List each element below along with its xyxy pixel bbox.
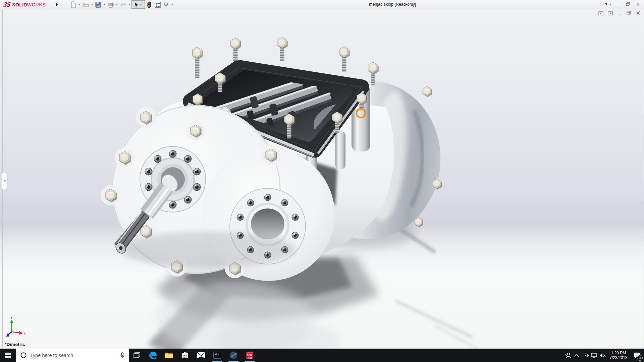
orientation-triad: Y x xyxy=(5,316,25,337)
stud xyxy=(277,37,288,61)
volume-button[interactable] xyxy=(598,349,607,362)
people-icon xyxy=(565,352,571,358)
tray-time: 1:20 PM xyxy=(608,351,629,355)
menu-flyout-arrow[interactable] xyxy=(55,1,59,7)
restore-document-button[interactable] xyxy=(626,10,632,16)
screen: Y x *Dimetric 3SSOLIDWORKS xyxy=(0,0,644,362)
notification-badge: 3 xyxy=(637,355,643,361)
print-button[interactable] xyxy=(107,1,115,9)
volume-muted-icon xyxy=(599,353,606,358)
stoplight-icon xyxy=(147,1,151,8)
store-icon xyxy=(181,351,189,359)
previous-pane-button[interactable] xyxy=(598,10,604,16)
undo-caret[interactable]: ▼ xyxy=(127,1,131,9)
cmd-label: C:\ xyxy=(215,353,219,355)
windows-logo-icon xyxy=(5,353,11,358)
panel-tab-dot xyxy=(4,180,6,182)
restore-button[interactable] xyxy=(624,2,632,7)
taskbar-search-box[interactable] xyxy=(16,349,129,362)
task-view-button[interactable] xyxy=(129,349,145,362)
triad-y-label: Y xyxy=(10,316,13,319)
save-caret[interactable]: ▼ xyxy=(103,1,106,9)
options-caret[interactable]: ▼ xyxy=(170,1,174,9)
start-button[interactable] xyxy=(0,349,16,362)
battery-icon xyxy=(582,353,589,358)
quick-access-toolbar: ▼ ▼ ▼ xyxy=(69,0,174,9)
select-tool-button[interactable]: ▼ xyxy=(131,0,145,9)
taskbar-mail[interactable] xyxy=(193,349,209,362)
open-document-button[interactable] xyxy=(82,1,90,9)
ds-logo-mark: 3S xyxy=(3,1,11,8)
chevron-up-icon xyxy=(574,354,579,357)
system-tray: 1:20 PM 7/23/2018 3 xyxy=(564,349,644,362)
triad-x-label: x xyxy=(24,331,25,335)
help-caret[interactable]: ▼ xyxy=(609,3,612,6)
select-arrow-icon xyxy=(134,2,139,7)
taskbar-store[interactable] xyxy=(177,349,193,362)
document-title: menjac sklop [Read-only] xyxy=(369,2,416,7)
title-bar: 3SSOLIDWORKS ▼ ▼ xyxy=(0,0,644,9)
save-floppy-icon xyxy=(95,2,101,8)
options-button[interactable]: ⚙ xyxy=(162,1,170,9)
window-controls: ? ▼ — ✕ xyxy=(602,0,642,9)
close-button[interactable]: ✕ xyxy=(634,2,642,7)
tray-date: 7/23/2018 xyxy=(608,355,629,360)
stud xyxy=(231,38,241,61)
undo-button[interactable] xyxy=(119,1,127,9)
view-orientation-label: *Dimetric xyxy=(5,342,25,347)
gearbox-model-render: Y x xyxy=(0,0,644,362)
mail-icon xyxy=(197,352,206,359)
solidworks-logo: 3SSOLIDWORKS xyxy=(3,1,46,8)
undo-arrow-icon xyxy=(120,2,126,7)
next-pane-button[interactable] xyxy=(607,10,613,16)
document-window-controls xyxy=(598,10,641,16)
stud xyxy=(339,46,350,72)
solidworks-2017-icon: SW 2017 xyxy=(245,351,254,360)
search-input[interactable] xyxy=(30,352,120,358)
task-pane-icon xyxy=(155,2,161,8)
taskbar-file-explorer[interactable] xyxy=(161,349,177,362)
minimize-button[interactable]: — xyxy=(614,2,622,7)
network-icon xyxy=(591,353,597,358)
new-document-icon xyxy=(70,1,76,8)
open-folder-icon xyxy=(83,2,89,7)
show-hidden-icons-button[interactable] xyxy=(572,349,581,362)
sw-year: 2017 xyxy=(248,357,252,359)
taskbar-command-prompt[interactable]: C:\ xyxy=(209,349,225,362)
sw-label: SW xyxy=(247,353,253,357)
taskbar-edge[interactable] xyxy=(145,349,161,362)
new-document-caret[interactable]: ▼ xyxy=(78,1,82,9)
gear-icon: ⚙ xyxy=(163,1,168,8)
windows-taskbar: C:\ SW 2017 xyxy=(0,349,644,362)
network-button[interactable] xyxy=(590,349,598,362)
task-view-icon xyxy=(133,352,140,358)
stoplight-button[interactable] xyxy=(145,1,153,9)
help-button[interactable]: ? xyxy=(602,2,610,7)
close-document-button[interactable] xyxy=(635,10,641,16)
task-pane-button[interactable] xyxy=(154,1,162,9)
select-caret[interactable]: ▼ xyxy=(140,3,142,6)
edge-icon xyxy=(149,351,157,360)
taskbar-solidworks[interactable]: SW 2017 xyxy=(241,349,258,362)
stud xyxy=(193,47,203,78)
print-caret[interactable]: ▼ xyxy=(115,1,119,9)
print-icon xyxy=(107,2,114,8)
taskbar-hexagon-app[interactable] xyxy=(225,349,241,362)
minimize-document-button[interactable] xyxy=(616,10,623,16)
save-button[interactable] xyxy=(94,1,102,9)
command-prompt-icon: C:\ xyxy=(213,352,221,359)
hexagon-app-icon xyxy=(229,351,238,360)
action-center-button[interactable]: 3 xyxy=(630,349,644,362)
open-document-caret[interactable]: ▼ xyxy=(90,1,94,9)
new-document-button[interactable] xyxy=(69,1,77,9)
battery-button[interactable] xyxy=(581,349,590,362)
cortana-icon xyxy=(20,352,27,359)
people-button[interactable] xyxy=(564,349,572,362)
clock[interactable]: 1:20 PM 7/23/2018 xyxy=(607,351,630,360)
microphone-icon[interactable] xyxy=(120,352,125,359)
feature-panel-collapsed-tab[interactable] xyxy=(2,173,7,189)
file-explorer-icon xyxy=(165,352,173,359)
window-right-border xyxy=(642,9,642,349)
contact-shadow xyxy=(121,231,295,268)
